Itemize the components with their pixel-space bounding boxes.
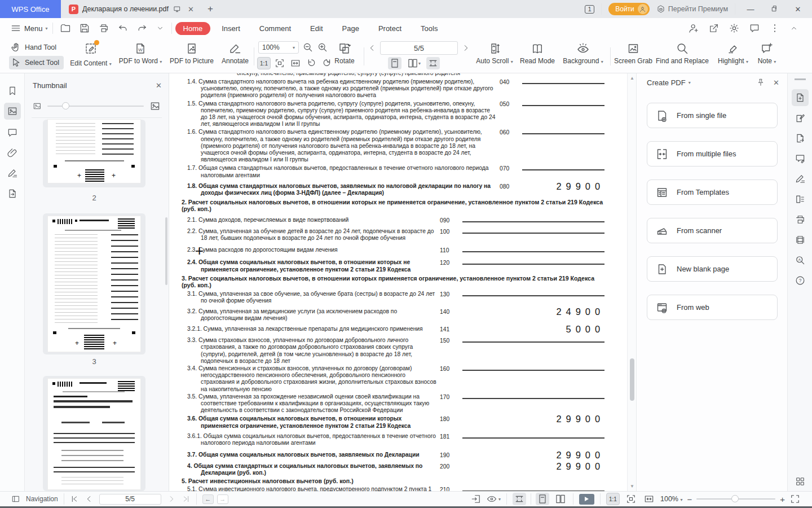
sign-rail-button[interactable] — [792, 170, 809, 187]
from-templates-button[interactable]: From Templates — [647, 179, 778, 205]
print-icon[interactable] — [98, 23, 109, 34]
last-page-icon[interactable] — [182, 494, 191, 503]
zoom-in-button[interactable]: + — [780, 494, 785, 504]
fit-width-button[interactable] — [642, 493, 656, 505]
window-count-badge[interactable]: 1 — [585, 5, 594, 14]
background-button[interactable]: Background ▾ — [561, 42, 606, 65]
next-page-icon[interactable] — [167, 494, 176, 503]
read-mode-button[interactable]: Read Mode — [519, 42, 556, 65]
apps-grid-button[interactable] — [792, 473, 809, 490]
edit-content-button[interactable]: Edit Content ▾ — [69, 42, 113, 67]
previous-page-icon[interactable] — [368, 43, 377, 52]
pdf-to-picture-button[interactable]: PDF to Picture — [167, 42, 217, 65]
zoom-out-button[interactable]: − — [687, 494, 692, 504]
feedback-icon[interactable] — [749, 23, 760, 34]
two-page-view-button[interactable]: ▾ — [407, 57, 421, 69]
thumbnail-size-slider[interactable] — [33, 100, 161, 112]
undo-icon[interactable] — [117, 23, 129, 34]
history-back-button[interactable]: ← — [202, 494, 214, 504]
panel-drag-handle[interactable] — [795, 78, 806, 80]
close-panel-icon[interactable]: ✕ — [156, 81, 162, 90]
more-quick-actions-icon[interactable] — [156, 24, 165, 33]
continuous-view-button[interactable] — [426, 57, 440, 69]
close-panel-icon[interactable]: ✕ — [773, 78, 779, 87]
bookmarks-panel-button[interactable] — [4, 82, 21, 99]
share-icon[interactable] — [708, 23, 720, 34]
two-page-view-button[interactable] — [554, 493, 567, 505]
thumbnail-page-2[interactable]: + + — [43, 120, 145, 187]
collapse-ribbon-icon[interactable] — [789, 24, 798, 33]
navigation-toggle[interactable]: Navigation — [6, 494, 64, 503]
login-button[interactable]: Войти — [608, 3, 650, 15]
find-rail-button[interactable]: A — [792, 252, 809, 269]
rotate-button[interactable]: Rotate — [330, 42, 359, 65]
zoom-slider-thumb[interactable] — [731, 495, 739, 502]
pin-panel-icon[interactable] — [756, 78, 765, 87]
tab-comment[interactable]: Comment — [251, 22, 299, 35]
fit-width-button[interactable] — [289, 57, 302, 69]
scrollbar-thumb[interactable] — [630, 358, 634, 401]
redo-icon[interactable] — [136, 23, 148, 34]
page-number-field[interactable]: 5/5 — [99, 494, 161, 505]
comments-panel-button[interactable] — [4, 124, 21, 141]
edit-rail-button[interactable] — [792, 110, 809, 126]
fullscreen-icon[interactable] — [789, 493, 801, 505]
tab-page[interactable]: Page — [334, 22, 367, 35]
close-window-button[interactable]: ✕ — [789, 5, 806, 14]
print-rail-button[interactable] — [792, 211, 809, 228]
more-options-icon[interactable] — [769, 23, 780, 34]
float-window-icon[interactable] — [173, 5, 182, 14]
first-page-icon[interactable] — [70, 494, 79, 503]
continuous-view-button[interactable] — [513, 493, 526, 505]
comment-rail-button[interactable] — [792, 150, 809, 167]
highlight-button[interactable]: Highlight ▾ — [715, 42, 751, 65]
zoom-slider[interactable] — [696, 498, 775, 500]
scroll-down-icon[interactable]: ▼ — [628, 484, 637, 489]
document-scrollbar[interactable]: ▲ ▼ — [627, 73, 636, 491]
zoom-out-icon[interactable] — [302, 42, 314, 53]
panel-scrollbar[interactable] — [165, 217, 167, 285]
restore-button[interactable] — [766, 4, 783, 15]
create-pdf-rail-button[interactable] — [792, 89, 809, 106]
minimize-button[interactable]: — — [742, 5, 759, 14]
previous-page-icon[interactable] — [85, 494, 94, 503]
ocr-rail-button[interactable] — [792, 231, 809, 248]
scroll-up-icon[interactable]: ▲ — [628, 76, 637, 81]
help-rail-button[interactable]: ? — [792, 272, 809, 289]
tab-tools[interactable]: Tools — [413, 22, 445, 35]
from-single-file-button[interactable]: From single file — [647, 103, 778, 128]
auto-scroll-button[interactable]: Auto Scroll ▾ — [474, 42, 515, 65]
tab-insert[interactable]: Insert — [214, 22, 248, 35]
pdf-to-word-button[interactable]: W PDF to Word ▾ — [116, 42, 165, 65]
fit-page-button[interactable] — [273, 57, 286, 69]
select-tool-button[interactable]: Select Tool — [9, 56, 64, 69]
organize-rail-button[interactable] — [792, 191, 809, 208]
single-page-view-button[interactable] — [536, 493, 549, 505]
screen-grab-button[interactable]: Screen Grab — [614, 42, 653, 65]
export-panel-button[interactable] — [4, 185, 21, 202]
close-tab-icon[interactable]: ✕ — [186, 5, 196, 14]
from-web-button[interactable]: From web — [647, 295, 778, 320]
document-tab[interactable]: P Декларация о лечении.pdf ✕ — [61, 0, 202, 18]
go-to-page-icon[interactable] — [470, 493, 482, 505]
open-file-icon[interactable] — [60, 23, 71, 34]
slider-thumb[interactable] — [62, 102, 69, 110]
rotate-left-button[interactable] — [304, 57, 318, 69]
single-page-view-button[interactable] — [388, 57, 401, 69]
note-button[interactable]: Note ▾ — [753, 42, 780, 65]
fit-page-button[interactable] — [624, 493, 638, 505]
zoom-select[interactable]: 100%▾ — [258, 41, 299, 54]
menu-button[interactable]: Menu▾ — [6, 23, 52, 34]
hand-tool-button[interactable]: Hand Tool — [10, 42, 56, 53]
slideshow-button[interactable] — [579, 494, 594, 505]
thumbnail-page-3[interactable]: + + — [43, 213, 145, 354]
next-page-icon[interactable] — [461, 43, 470, 52]
from-scanner-button[interactable]: From scanner — [647, 218, 778, 243]
save-icon[interactable] — [79, 23, 90, 34]
settings-icon[interactable] — [729, 23, 740, 34]
signature-panel-button[interactable] — [4, 165, 21, 182]
find-replace-button[interactable]: Find and Replace — [654, 42, 710, 65]
pdf-page[interactable]: опекуну, попечителю, приемному родителю,… — [169, 73, 627, 491]
actual-size-button[interactable]: 1:1 — [257, 57, 271, 69]
new-blank-page-button[interactable]: New blank page — [647, 256, 778, 282]
